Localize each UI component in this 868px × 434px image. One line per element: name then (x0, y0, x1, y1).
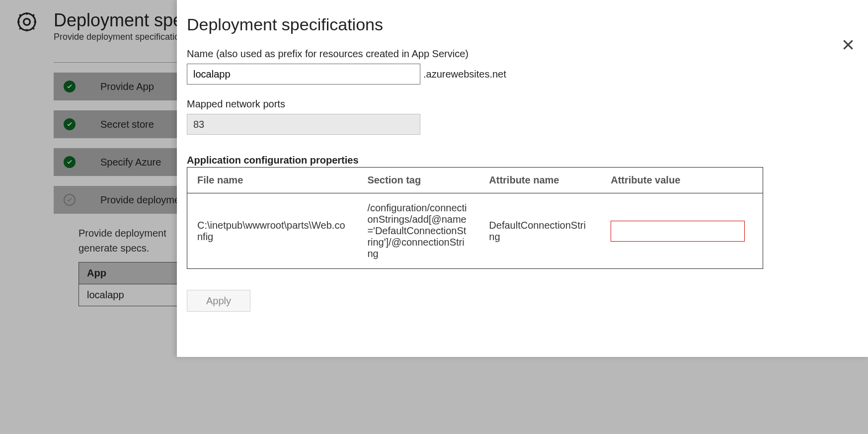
col-header-section: Section tag (357, 168, 479, 193)
modal-title: Deployment specifications (187, 15, 850, 34)
ports-input (187, 114, 420, 135)
cell-attr-value (601, 193, 763, 269)
domain-suffix: .azurewebsites.net (423, 69, 506, 80)
ports-label: Mapped network ports (187, 98, 850, 110)
cell-file-name: C:\inetpub\wwwroot\parts\Web.config (187, 193, 358, 269)
name-label: Name (also used as prefix for resources … (187, 48, 850, 60)
apply-button[interactable]: Apply (187, 290, 250, 312)
cell-attr-name: DefaultConnectionString (479, 193, 601, 269)
attribute-value-input[interactable] (611, 221, 745, 242)
close-button[interactable] (838, 35, 858, 55)
cell-section-tag: /configuration/connectionStrings/add[@na… (357, 193, 479, 269)
deployment-spec-modal: Deployment specifications Name (also use… (177, 0, 868, 357)
name-field: Name (also used as prefix for resources … (187, 48, 850, 85)
ports-field: Mapped network ports (187, 98, 850, 135)
col-header-attr: Attribute name (479, 168, 601, 193)
name-input[interactable] (187, 64, 420, 85)
props-section-title: Application configuration properties (187, 155, 850, 166)
table-row: C:\inetpub\wwwroot\parts\Web.config /con… (187, 193, 763, 269)
config-properties-table: File name Section tag Attribute name Att… (187, 167, 763, 269)
col-header-val: Attribute value (601, 168, 763, 193)
col-header-file: File name (187, 168, 358, 193)
